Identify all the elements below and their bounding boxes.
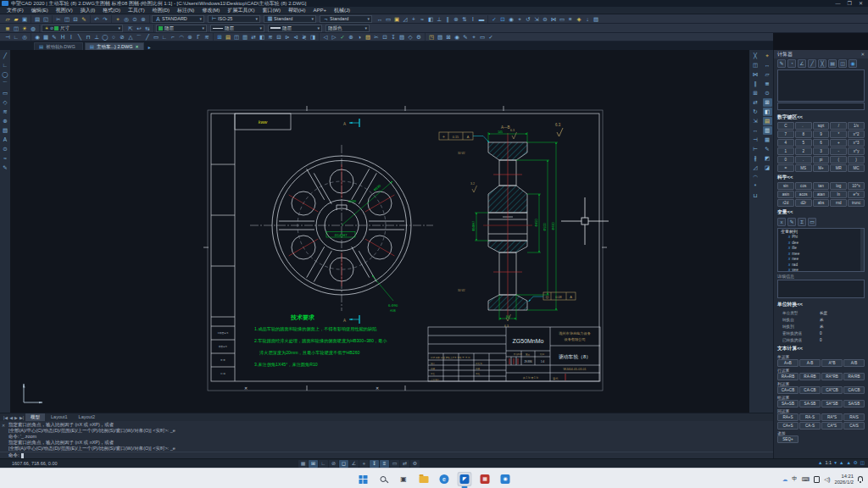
edit-attrib-icon[interactable]: ▥ xyxy=(241,33,249,41)
fill-icon[interactable]: ▧ xyxy=(436,33,444,41)
calc-sci-key[interactable]: sin xyxy=(777,182,794,190)
calc-sci-key[interactable]: rnd xyxy=(830,199,847,207)
dim-update-icon[interactable]: ▬ xyxy=(477,15,486,23)
layer-on-icon[interactable]: ☀ xyxy=(20,25,29,32)
lineweight-toggle[interactable]: ≡ xyxy=(380,460,389,468)
minimize-button[interactable]: — xyxy=(836,0,841,7)
dim-center-icon[interactable]: ⊚ xyxy=(452,15,460,23)
textcalc-key[interactable]: CA/CB xyxy=(843,386,865,394)
calc-key[interactable]: 1 xyxy=(777,147,794,155)
region-icon[interactable]: ⊖ xyxy=(541,15,549,23)
edit-trim-icon[interactable]: ⊟ xyxy=(275,33,283,41)
clipboard-tray-icon[interactable] xyxy=(814,476,820,483)
plot-icon[interactable]: ▤ xyxy=(33,15,42,23)
annotation-scale-icon[interactable]: ▲ xyxy=(818,460,822,465)
textcalc-key[interactable]: CA*CB xyxy=(821,386,843,394)
edge-button[interactable]: e xyxy=(437,472,452,486)
edit-move-icon[interactable]: ⇄ xyxy=(249,33,258,41)
edit-spline-icon[interactable]: ≋ xyxy=(266,33,275,41)
offset-icon[interactable]: ∥ xyxy=(751,80,760,88)
calc-key[interactable]: MC xyxy=(848,164,865,172)
hatch-edit-icon[interactable]: ▨ xyxy=(592,15,600,23)
circle-tool-icon[interactable]: ◯ xyxy=(1,70,10,79)
menu-item[interactable]: 绘图(D) xyxy=(149,7,173,14)
doc-tab-passive-wheel[interactable]: ▤被动轮b.DWG xyxy=(34,42,83,50)
textcalc-section-header[interactable]: 文本计算<< xyxy=(774,343,868,353)
zoomext-icon[interactable]: ⊡ xyxy=(381,33,389,41)
calc-key[interactable]: ← xyxy=(795,122,812,130)
view-left-icon[interactable]: ◁ xyxy=(321,33,330,41)
textcalc-key[interactable]: CA/S xyxy=(843,422,865,430)
edit-variable-icon[interactable]: ✎ xyxy=(787,218,796,226)
variables-scrollbar[interactable] xyxy=(860,229,864,271)
draw-xline-icon[interactable]: ╲ xyxy=(75,33,84,41)
draw-arc-icon[interactable]: ⌒ xyxy=(135,33,143,41)
dim-linear-icon[interactable]: ↔ xyxy=(376,15,384,23)
polar-toggle[interactable]: ⊘ xyxy=(329,460,338,468)
variables-section-header[interactable]: 变量<< xyxy=(774,207,868,217)
calc-sci-key[interactable]: tan xyxy=(813,182,830,190)
calc-key[interactable]: 8 xyxy=(795,130,812,138)
draw-pline-icon[interactable]: ⊓ xyxy=(84,33,92,41)
layer-walk-icon[interactable]: ⇆ xyxy=(143,25,152,32)
calc-key[interactable]: MS xyxy=(795,164,812,172)
explode-icon[interactable]: * xyxy=(751,182,760,191)
zoom-realtime-icon[interactable]: ◎ xyxy=(122,15,131,23)
insert-icon[interactable]: ⊕ xyxy=(347,33,355,41)
wipeout-icon[interactable]: ⇲ xyxy=(532,15,541,23)
view-right-icon[interactable]: ▷ xyxy=(330,33,338,41)
dim-aligned-icon[interactable]: ▭ xyxy=(384,15,392,23)
textcalc-key[interactable]: CA+CB xyxy=(777,386,798,394)
ortho-toggle[interactable]: ∟ xyxy=(319,460,328,468)
workspace-toggle[interactable]: ⚙ xyxy=(410,460,420,468)
variable-item[interactable]: xvee xyxy=(778,268,864,272)
draw-angle-icon[interactable]: ∟ xyxy=(160,33,169,41)
calc-key[interactable]: 3 xyxy=(813,147,830,155)
menu-item[interactable]: 帮助(H) xyxy=(285,7,309,14)
calc-key[interactable]: 2 xyxy=(795,147,812,155)
clear-history-icon[interactable]: ▤ xyxy=(828,59,837,68)
clear-icon[interactable]: ╳ xyxy=(818,59,826,68)
transparency-toggle[interactable]: ▭ xyxy=(390,460,399,468)
app-button-red[interactable]: ▦ xyxy=(478,472,492,486)
draw-circle2-icon[interactable]: ○ xyxy=(109,33,118,41)
menu-item[interactable]: 格式(O) xyxy=(99,7,124,14)
boundary-icon[interactable]: ⋈ xyxy=(549,15,558,23)
draw-point-icon[interactable]: ◉ xyxy=(33,33,42,41)
match-properties-icon[interactable]: ✎ xyxy=(80,15,88,23)
file-explorer-button[interactable] xyxy=(417,472,431,486)
textcalc-key[interactable]: A+B xyxy=(777,359,798,367)
spline-tool-icon[interactable]: ≋ xyxy=(1,108,10,116)
dim-style-dropdown[interactable]: ⊢ ISO-25▾ xyxy=(208,15,260,23)
osnap-toggle[interactable]: ◻ xyxy=(339,460,348,468)
draw-ellipse-icon[interactable]: ⊘ xyxy=(118,33,126,41)
draw-ray-icon[interactable]: Γ xyxy=(194,33,203,41)
calc-key[interactable]: = xyxy=(777,164,794,172)
calc-sci-key[interactable]: ln xyxy=(830,191,847,198)
delete-variable-icon[interactable]: ▭ xyxy=(808,218,816,226)
ellipse-tool-icon[interactable]: ⊕ xyxy=(1,117,10,125)
calc-sci-key[interactable]: 10^x xyxy=(848,182,865,190)
layout1-tab[interactable]: Layout1 xyxy=(46,413,73,421)
edit-array-icon[interactable]: ⊞ xyxy=(215,33,224,41)
new-icon[interactable]: ▱ xyxy=(3,15,12,23)
redo-icon[interactable]: ↷ xyxy=(101,15,109,23)
zoom-previous-icon[interactable]: ⊚ xyxy=(139,15,147,23)
app-button-blue[interactable]: ◉ xyxy=(498,472,513,486)
calc-key[interactable]: M+ xyxy=(813,164,830,172)
hatch-tool-icon[interactable]: ▧ xyxy=(1,126,10,135)
pattern-icon[interactable]: ▧ xyxy=(398,33,406,41)
draw-i-icon[interactable]: I xyxy=(67,33,75,41)
variables-root[interactable]: 变量树列 xyxy=(778,229,864,235)
menu-item[interactable]: 文件(F) xyxy=(3,7,27,14)
draw-perp-icon[interactable]: ⊥ xyxy=(92,33,101,41)
menu-item[interactable]: 修改(M) xyxy=(198,7,223,14)
draw-fillet-icon[interactable]: ◠ xyxy=(177,33,186,41)
area-icon[interactable]: ▱ xyxy=(763,70,772,79)
draw-rect-icon[interactable]: ▭ xyxy=(152,33,160,41)
tolerance-icon[interactable]: ⊥ xyxy=(435,15,443,23)
calc-key[interactable]: C xyxy=(777,122,794,130)
table-style-dropdown[interactable]: ▦ Standard▾ xyxy=(264,15,316,23)
linetype-dropdown[interactable]: 随层▾ xyxy=(210,25,264,32)
revcloud-tool-icon[interactable]: ≈ xyxy=(1,154,10,163)
